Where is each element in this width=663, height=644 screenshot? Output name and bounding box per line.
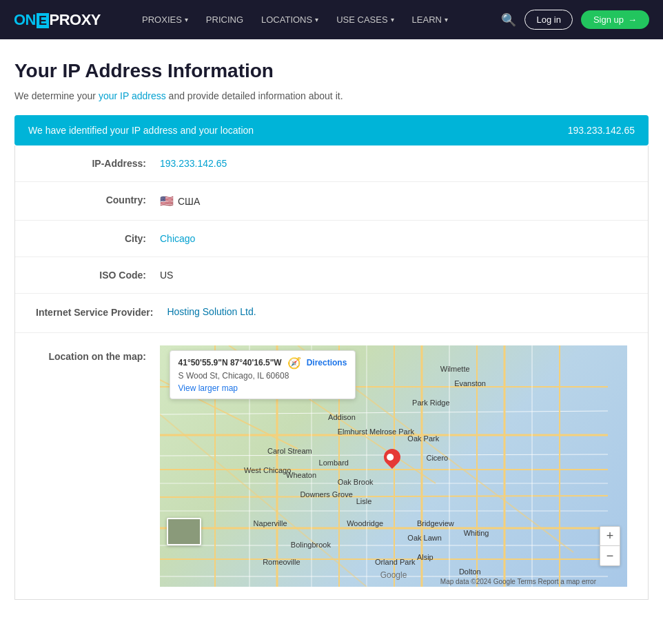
isp-value: Hosting Solution Ltd. — [167, 306, 256, 317]
login-button[interactable]: Log in — [524, 10, 572, 30]
tooltip-coords: 41°50'55.9"N 87°40'16.5"W 🧭 Directions — [178, 356, 347, 370]
nav-right: 🔍 Log in Sign up → — [501, 10, 649, 30]
city-whiting: Whiting — [464, 529, 489, 537]
city-wilmette: Wilmette — [440, 365, 470, 373]
logo-e: E — [37, 13, 49, 28]
page-title: Your IP Address Information — [14, 60, 649, 82]
map-satellite-button[interactable] — [167, 518, 201, 545]
chevron-down-icon: ▾ — [315, 16, 318, 23]
nav-locations[interactable]: LOCATIONS ▾ — [254, 10, 325, 29]
iso-row: ISO Code: US — [15, 257, 648, 294]
city-bolingbrook: Bolingbrook — [291, 541, 331, 549]
svg-line-6 — [160, 496, 608, 497]
tooltip-directions[interactable]: Directions — [307, 358, 347, 368]
iso-label: ISO Code: — [36, 270, 160, 281]
ip-label: IP-Address: — [36, 158, 160, 169]
nav-proxies[interactable]: PROXIES ▾ — [135, 10, 195, 29]
nav-use-cases[interactable]: USE CASES ▾ — [329, 10, 400, 29]
city-woodridge: Woodridge — [347, 519, 383, 527]
city-oak-park: Oak Park — [407, 434, 439, 443]
arrow-right-icon: → — [628, 14, 637, 25]
city-downers-grove: Downers Grove — [300, 490, 352, 499]
city-naperville: Naperville — [254, 519, 287, 527]
pin-head — [380, 445, 404, 469]
info-table: IP-Address: 193.233.142.65 Country: 🇺🇸СШ… — [14, 145, 649, 600]
country-value: 🇺🇸США — [160, 194, 200, 208]
logo-on: ON — [14, 11, 36, 28]
logo[interactable]: ONEPROXY — [14, 11, 101, 29]
nav-learn[interactable]: LEARN ▾ — [405, 10, 455, 29]
city-lisle: Lisle — [356, 497, 372, 505]
city-romeoville: Romeoville — [263, 558, 300, 566]
city-alsip: Alsip — [417, 553, 434, 561]
city-oak-lawn: Oak Lawn — [407, 534, 442, 542]
city-value: Chicago — [160, 233, 195, 244]
directions-icon: 🧭 — [287, 356, 301, 370]
map-container[interactable]: Wilmette Evanston Park Ridge Addison Elm… — [160, 345, 627, 587]
chevron-down-icon: ▾ — [185, 16, 188, 23]
zoom-in-button[interactable]: + — [600, 527, 620, 546]
nav-links: PROXIES ▾ PRICING LOCATIONS ▾ USE CASES … — [135, 10, 480, 29]
country-row: Country: 🇺🇸США — [15, 182, 648, 221]
search-icon[interactable]: 🔍 — [501, 12, 516, 28]
map-pin — [384, 449, 400, 474]
isp-label: Internet Service Provider: — [36, 306, 167, 320]
city-cicero: Cicero — [426, 454, 448, 462]
city-lombard: Lombard — [319, 459, 349, 467]
city-addison: Addison — [328, 413, 356, 421]
zoom-controls: + − — [600, 526, 620, 566]
country-label: Country: — [36, 194, 160, 205]
ip-address-link[interactable]: your IP address — [99, 90, 166, 101]
map-wrapper: Wilmette Evanston Park Ridge Addison Elm… — [160, 345, 627, 587]
map-background: Wilmette Evanston Park Ridge Addison Elm… — [160, 345, 627, 587]
navbar: ONEPROXY PROXIES ▾ PRICING LOCATIONS ▾ U… — [0, 0, 663, 39]
city-orland-park: Orland Park — [375, 558, 416, 566]
iso-value: US — [160, 270, 173, 281]
city-dolton: Dolton — [459, 567, 481, 576]
map-tooltip: 41°50'55.9"N 87°40'16.5"W 🧭 Directions S… — [170, 350, 356, 399]
city-evanston: Evanston — [454, 379, 486, 388]
city-west-chicago: West Chicago — [244, 466, 291, 474]
country-flag: 🇺🇸 — [160, 195, 174, 207]
isp-row: Internet Service Provider: Hosting Solut… — [15, 294, 648, 333]
city-label: City: — [36, 233, 160, 244]
zoom-out-button[interactable]: − — [600, 546, 620, 565]
city-row: City: Chicago — [15, 221, 648, 257]
banner-message: We have identified your IP address and y… — [28, 125, 254, 136]
city-carol-stream: Carol Stream — [267, 447, 312, 455]
logo-proxy: PROXY — [50, 11, 101, 28]
map-copyright: Map data ©2024 Google Terms Report a map… — [440, 578, 596, 585]
city-elmhurst: Elmhurst Melrose Park — [338, 427, 414, 436]
banner-ip: 193.233.142.65 — [568, 125, 635, 136]
nav-pricing[interactable]: PRICING — [199, 10, 250, 29]
chevron-down-icon: ▾ — [391, 16, 394, 23]
ip-row: IP-Address: 193.233.142.65 — [15, 145, 648, 182]
ip-value: 193.233.142.65 — [160, 158, 227, 169]
google-maps-logo: Google — [380, 570, 407, 580]
tooltip-address: S Wood St, Chicago, IL 60608 — [178, 371, 347, 381]
city-oak-brook: Oak Brook — [338, 478, 374, 486]
signup-button[interactable]: Sign up → — [581, 10, 649, 29]
city-wheaton: Wheaton — [286, 471, 316, 479]
city-park-ridge: Park Ridge — [412, 399, 449, 407]
info-banner: We have identified your IP address and y… — [14, 115, 649, 145]
map-label: Location on the map: — [36, 345, 160, 362]
chevron-down-icon: ▾ — [445, 16, 448, 23]
map-row: Location on the map: — [15, 333, 648, 599]
main-content: Your IP Address Information We determine… — [1, 39, 662, 627]
view-larger-map-link[interactable]: View larger map — [178, 383, 347, 393]
page-subtitle: We determine your your IP address and pr… — [14, 90, 649, 101]
city-bridgeview: Bridgeview — [417, 519, 454, 527]
